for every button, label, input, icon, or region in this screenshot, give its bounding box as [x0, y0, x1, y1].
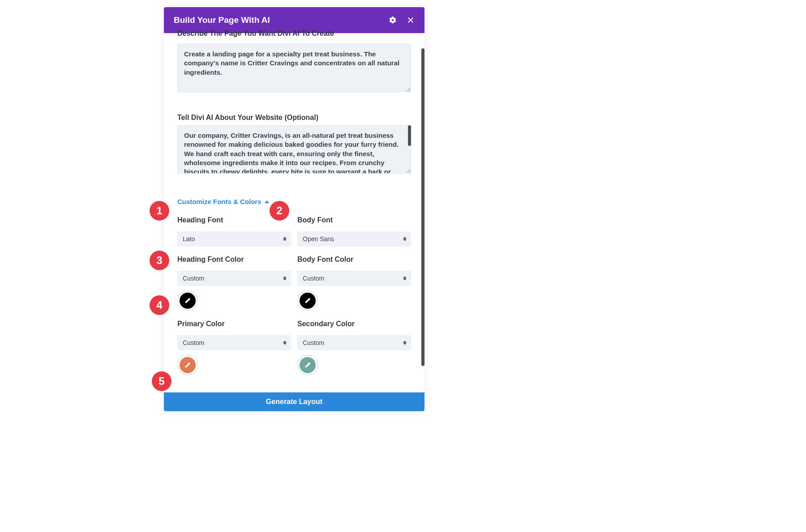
secondary-color-select[interactable]: Custom — [297, 335, 411, 350]
body-font-block: Body Font Open Sans — [297, 216, 411, 255]
heading-font-color-value: Custom — [183, 275, 204, 282]
annotation-4: 4 — [150, 295, 169, 315]
heading-font-color-select[interactable]: Custom — [177, 271, 291, 286]
annotation-3: 3 — [150, 251, 169, 270]
describe-page-textarea[interactable] — [177, 44, 411, 92]
primary-color-label: Primary Color — [177, 320, 291, 328]
tell-ai-textarea[interactable] — [177, 125, 411, 174]
modal-body: Describe The Page You Want Divi AI To Cr… — [164, 33, 424, 392]
body-font-label: Body Font — [297, 216, 411, 224]
annotation-2: 2 — [270, 201, 289, 221]
generate-layout-button[interactable]: Generate Layout — [164, 392, 424, 411]
modal-scrollbar-thumb[interactable] — [421, 48, 424, 366]
close-icon[interactable] — [407, 16, 415, 24]
secondary-color-label: Secondary Color — [297, 320, 411, 328]
customize-fonts-colors-label: Customize Fonts & Colors — [177, 198, 262, 205]
modal-header: Build Your Page With AI — [164, 7, 424, 33]
body-font-color-swatch[interactable] — [297, 290, 318, 311]
tell-ai-label: Tell Divi AI About Your Website (Optiona… — [177, 114, 411, 122]
body-font-color-block: Body Font Color Custom — [297, 255, 411, 320]
secondary-color-swatch[interactable] — [297, 355, 318, 375]
heading-font-value: Lato — [183, 235, 195, 243]
modal-scrollbar-track[interactable] — [421, 38, 424, 366]
heading-font-block: Heading Font Lato — [177, 216, 291, 255]
gear-icon[interactable] — [389, 16, 397, 24]
eyedropper-icon — [304, 362, 311, 369]
body-font-select[interactable]: Open Sans — [297, 231, 411, 247]
eyedropper-icon — [184, 297, 191, 304]
primary-color-value: Custom — [183, 339, 204, 346]
primary-color-select[interactable]: Custom — [177, 335, 291, 350]
fonts-colors-grid: Heading Font Lato Body Font Open Sans He… — [177, 216, 411, 384]
describe-page-label: Describe The Page You Want Divi AI To Cr… — [177, 30, 411, 38]
select-arrows-icon — [283, 237, 287, 241]
select-arrows-icon — [403, 341, 407, 345]
body-font-color-select[interactable]: Custom — [297, 271, 411, 286]
select-arrows-icon — [403, 237, 407, 241]
heading-font-color-block: Heading Font Color Custom — [177, 255, 291, 320]
select-arrows-icon — [283, 277, 287, 281]
textarea-scrollbar-thumb[interactable] — [408, 125, 411, 146]
modal-title: Build Your Page With AI — [174, 15, 379, 25]
eyedropper-icon — [184, 362, 191, 369]
primary-color-block: Primary Color Custom — [177, 320, 291, 384]
body-font-color-label: Body Font Color — [297, 255, 411, 264]
body-font-value: Open Sans — [303, 235, 334, 243]
customize-fonts-colors-toggle[interactable]: Customize Fonts & Colors — [177, 198, 411, 205]
select-arrows-icon — [283, 341, 287, 345]
secondary-color-block: Secondary Color Custom — [297, 320, 411, 384]
secondary-color-value: Custom — [303, 339, 324, 346]
select-arrows-icon — [403, 277, 407, 281]
annotation-5: 5 — [152, 371, 171, 391]
body-font-color-value: Custom — [303, 275, 324, 282]
eyedropper-icon — [304, 297, 311, 304]
primary-color-swatch[interactable] — [177, 355, 198, 375]
heading-font-color-swatch[interactable] — [177, 290, 198, 311]
chevron-up-icon — [265, 200, 269, 203]
heading-font-color-label: Heading Font Color — [177, 255, 291, 264]
annotation-1: 1 — [150, 201, 169, 221]
heading-font-select[interactable]: Lato — [177, 231, 291, 247]
ai-builder-modal: Build Your Page With AI Describe The Pag… — [164, 7, 424, 411]
